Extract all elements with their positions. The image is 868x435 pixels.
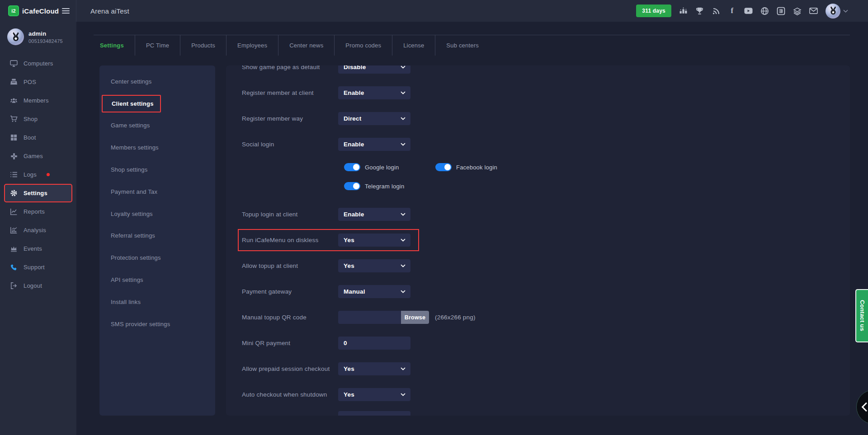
tab-employees[interactable]: Employees bbox=[226, 35, 278, 56]
chevron-down-icon bbox=[401, 143, 406, 146]
submenu-center-settings[interactable]: Center settings bbox=[99, 70, 215, 93]
file-manual-topup-qr[interactable]: Browse bbox=[338, 311, 429, 324]
submenu-protection-settings[interactable]: Protection settings bbox=[99, 247, 215, 269]
field-label: Register member at client bbox=[242, 89, 338, 96]
chevron-down-icon bbox=[401, 91, 406, 94]
layers-icon[interactable] bbox=[793, 7, 802, 15]
mail-icon[interactable] bbox=[809, 7, 818, 15]
submenu-label: API settings bbox=[111, 276, 143, 283]
select-run-icafemenu[interactable]: Yes bbox=[338, 234, 410, 247]
form-row: Register member at client Enable bbox=[226, 80, 850, 106]
submenu-loyalty-settings[interactable]: Loyalty settings bbox=[99, 203, 215, 225]
submenu-label: Game settings bbox=[111, 122, 150, 129]
telegram-login-toggle[interactable] bbox=[344, 182, 360, 190]
brand-section: i2 iCafeCloud bbox=[0, 0, 76, 22]
field-label: Run iCafeMenu on diskless bbox=[242, 237, 338, 243]
chevron-down-icon bbox=[401, 213, 406, 216]
file-input-area[interactable] bbox=[338, 311, 401, 324]
submenu-payment-and-tax[interactable]: Payment and Tax bbox=[99, 181, 215, 203]
bar-chart-icon bbox=[10, 226, 18, 234]
select-show-game-page[interactable]: Disable bbox=[338, 65, 410, 74]
client-settings-form: Show game page as default Disable Regist… bbox=[226, 65, 850, 416]
submenu-label: Install links bbox=[111, 299, 141, 305]
sidebar-item-label: Events bbox=[24, 245, 42, 252]
user-id: 005193482475 bbox=[28, 38, 63, 44]
select-payment-gateway[interactable]: Manual bbox=[338, 285, 410, 298]
submenu-shop-settings[interactable]: Shop settings bbox=[99, 159, 215, 181]
youtube-icon[interactable] bbox=[744, 7, 753, 15]
submenu-members-settings[interactable]: Members settings bbox=[99, 136, 215, 159]
select-auto-checkout[interactable]: Yes bbox=[338, 388, 410, 401]
submenu-sms-provider-settings[interactable]: SMS provider settings bbox=[99, 313, 215, 335]
toggle-label: Telegram login bbox=[365, 183, 404, 190]
tab-center-news[interactable]: Center news bbox=[278, 35, 335, 56]
crown-icon bbox=[10, 245, 18, 253]
tab-license[interactable]: License bbox=[392, 35, 435, 56]
field-label: Auto checkout when shutdown bbox=[242, 391, 338, 398]
globe-icon[interactable] bbox=[760, 7, 769, 15]
sidebar-item-support[interactable]: Support bbox=[4, 258, 72, 276]
tab-products[interactable]: Products bbox=[180, 35, 226, 56]
ranking-icon[interactable] bbox=[679, 7, 688, 15]
field-label: Manual topup QR code bbox=[242, 314, 338, 321]
google-login-toggle[interactable] bbox=[344, 163, 360, 171]
sidebar-item-games[interactable]: Games bbox=[4, 147, 72, 165]
form-row: Show game page as default Disable bbox=[226, 65, 850, 80]
icafecloud-mini-logo-icon[interactable] bbox=[777, 7, 785, 15]
facebook-login-toggle[interactable] bbox=[435, 163, 452, 171]
brand-name[interactable]: iCafeCloud bbox=[22, 7, 59, 15]
social-toggles-row: Telegram login bbox=[226, 177, 850, 195]
select-register-member-way[interactable]: Direct bbox=[338, 112, 410, 125]
avatar-dropdown-chevron-icon[interactable] bbox=[843, 9, 848, 13]
sidebar-item-shop[interactable]: Shop bbox=[4, 110, 72, 128]
sidebar-item-label: Shop bbox=[24, 116, 38, 122]
sidebar-item-pos[interactable]: POS bbox=[4, 73, 72, 91]
sidebar-item-events[interactable]: Events bbox=[4, 239, 72, 258]
input-mini-qr-payment[interactable]: 0 bbox=[338, 337, 410, 350]
tab-settings[interactable]: Settings bbox=[89, 35, 135, 56]
sidebar-item-logout[interactable]: Logout bbox=[4, 276, 72, 295]
sidebar-item-reports[interactable]: Reports bbox=[4, 202, 72, 221]
submenu-referral-settings[interactable]: Referral settings bbox=[99, 225, 215, 247]
page-title: Arena aiTest bbox=[90, 7, 129, 15]
partial-clipped-select[interactable] bbox=[338, 411, 410, 416]
topbar: i2 iCafeCloud Arena aiTest 311 days bbox=[0, 0, 868, 22]
license-days-badge[interactable]: 311 days bbox=[636, 5, 671, 17]
sidebar-item-members[interactable]: Members bbox=[4, 91, 72, 110]
user-avatar[interactable] bbox=[826, 4, 840, 19]
tab-sub-centers[interactable]: Sub centers bbox=[435, 35, 490, 56]
select-allow-prepaid-checkout[interactable]: Yes bbox=[338, 362, 410, 375]
rss-icon[interactable] bbox=[712, 7, 720, 15]
tab-pc-time[interactable]: PC Time bbox=[135, 35, 180, 56]
sidebar-item-label: Members bbox=[24, 97, 49, 104]
submenu-api-settings[interactable]: API settings bbox=[99, 269, 215, 291]
sidebar-item-analysis[interactable]: Analysis bbox=[4, 221, 72, 239]
trophy-icon[interactable] bbox=[695, 7, 704, 15]
contact-us-button[interactable]: Contact us bbox=[855, 289, 868, 342]
submenu-client-settings[interactable]: Client settings bbox=[99, 93, 215, 115]
field-label: Register member way bbox=[242, 115, 338, 122]
submenu-game-settings[interactable]: Game settings bbox=[99, 115, 215, 137]
facebook-icon[interactable]: f bbox=[728, 7, 736, 15]
submenu-label: Protection settings bbox=[111, 254, 161, 261]
sidebar-item-label: Boot bbox=[24, 134, 36, 141]
icafecloud-logo-icon[interactable]: i2 bbox=[8, 5, 19, 16]
sidebar-item-computers[interactable]: Computers bbox=[4, 54, 72, 73]
select-allow-topup[interactable]: Yes bbox=[338, 259, 410, 272]
form-row-highlighted: Run iCafeMenu on diskless Yes bbox=[226, 227, 850, 253]
sidebar-item-boot[interactable]: Boot bbox=[4, 128, 72, 147]
select-social-login[interactable]: Enable bbox=[338, 138, 410, 151]
sidebar-item-logs[interactable]: Logs bbox=[4, 165, 72, 184]
submenu-install-links[interactable]: Install links bbox=[99, 291, 215, 313]
select-register-member-at-client[interactable]: Enable bbox=[338, 86, 410, 99]
select-topup-login[interactable]: Enable bbox=[338, 208, 410, 221]
hamburger-menu-icon[interactable] bbox=[62, 7, 70, 15]
gamepad-icon bbox=[10, 152, 18, 160]
browse-button[interactable]: Browse bbox=[401, 311, 429, 324]
sidebar-item-settings[interactable]: Settings bbox=[4, 184, 72, 202]
logout-icon bbox=[10, 282, 18, 290]
sidebar: admin 005193482475 Computers POS Members bbox=[0, 22, 76, 435]
user-name: admin bbox=[28, 30, 63, 37]
tab-promo-codes[interactable]: Promo codes bbox=[335, 35, 392, 56]
chevron-down-icon bbox=[401, 367, 406, 370]
